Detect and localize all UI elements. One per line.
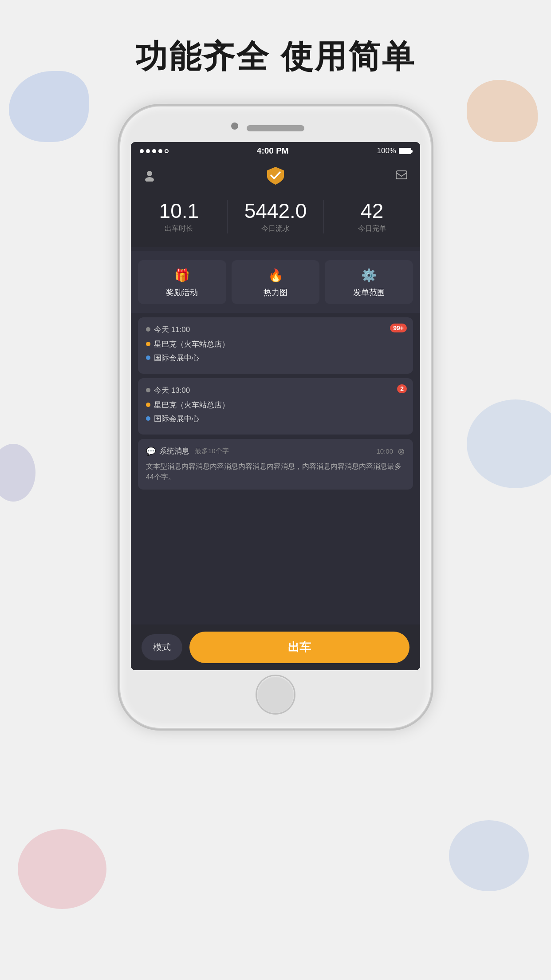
stat-revenue-value: 5442.0 [228, 200, 324, 222]
app-logo [263, 163, 288, 188]
dropoff-dot-1 [146, 356, 150, 360]
status-time: 4:00 PM [257, 146, 289, 156]
app-header [131, 160, 420, 191]
order-badge-1: 99+ [390, 324, 407, 332]
bg-blob-blue-br [449, 820, 529, 891]
notif-body: 文本型消息内容消息内容消息内容消息内容消息，内容消息内容消息内容消息最多44个字… [146, 461, 405, 482]
stat-duration: 10.1 出车时长 [131, 200, 227, 233]
order-card-2[interactable]: 今天 13:00 星巴克（火车站总店） 国际会展中心 2 [138, 378, 413, 435]
signal-dot-1 [140, 149, 144, 153]
order-badge-2: 2 [397, 384, 407, 393]
notification-card[interactable]: 💬 系统消息 最多10个字 10:00 ⊗ 文本型消息内容消息内容消息内容消息内… [138, 439, 413, 490]
stat-revenue-label: 今日流水 [228, 224, 324, 233]
notif-message-icon: 💬 [146, 447, 156, 456]
phone-frame: 4:00 PM 100% [120, 107, 431, 728]
status-right: 100% [377, 146, 411, 155]
notif-header: 💬 系统消息 最多10个字 10:00 ⊗ [146, 446, 405, 457]
signal-dot-2 [146, 149, 150, 153]
stat-duration-value: 10.1 [131, 200, 227, 222]
pickup-dot-1 [146, 342, 150, 346]
order-card-1[interactable]: 今天 11:00 星巴克（火车站总店） 国际会展中心 99+ [138, 317, 413, 374]
feature-label-incentives: 奖励活动 [166, 287, 198, 298]
time-dot-2 [146, 388, 150, 392]
mode-button[interactable]: 模式 [142, 634, 182, 660]
phone-speaker [247, 125, 304, 131]
user-profile-icon[interactable] [142, 167, 157, 183]
signal-dot-3 [152, 149, 156, 153]
notif-time: 10:00 [376, 447, 393, 455]
stat-orders-value: 42 [324, 200, 420, 222]
action-button[interactable]: 出车 [189, 632, 409, 663]
phone-camera [231, 122, 238, 130]
svg-point-0 [147, 171, 152, 176]
order-time-2: 今天 13:00 [146, 385, 405, 395]
notif-subtitle: 最多10个字 [195, 447, 229, 455]
page-title: 功能齐全 使用简单 [0, 36, 551, 78]
scrollable-area: 🎁 奖励活动 🔥 热力图 ⚙️ 发单范围 [131, 247, 420, 624]
order-time-1: 今天 11:00 [146, 324, 405, 335]
signal-dot-5 [165, 149, 169, 153]
feature-label-heatmap: 热力图 [264, 287, 287, 298]
range-icon: ⚙️ [361, 268, 377, 283]
order-pickup-1: 星巴克（火车站总店） [146, 339, 405, 349]
stats-section: 10.1 出车时长 5442.0 今日流水 42 今日完单 [131, 191, 420, 247]
feature-label-range: 发单范围 [353, 287, 385, 298]
stat-duration-label: 出车时长 [131, 224, 227, 233]
features-section: 🎁 奖励活动 🔥 热力图 ⚙️ 发单范围 [131, 251, 420, 313]
feature-card-range[interactable]: ⚙️ 发单范围 [325, 260, 413, 304]
battery-icon [399, 148, 411, 154]
order-dropoff-2: 国际会展中心 [146, 414, 405, 424]
battery-percent: 100% [377, 146, 396, 155]
svg-rect-2 [396, 171, 407, 179]
signal-dot-4 [158, 149, 162, 153]
dropoff-dot-2 [146, 416, 150, 421]
stat-revenue: 5442.0 今日流水 [227, 200, 324, 233]
heatmap-icon: 🔥 [268, 268, 283, 283]
stat-orders-label: 今日完单 [324, 224, 420, 233]
notif-close-icon[interactable]: ⊗ [398, 446, 405, 457]
bg-blob-blue-tl [9, 71, 89, 142]
notif-title: 系统消息 [159, 446, 189, 456]
time-dot-1 [146, 327, 150, 332]
signal-dots [140, 149, 169, 153]
feature-card-heatmap[interactable]: 🔥 热力图 [232, 260, 320, 304]
bg-blob-blue-ml [0, 444, 35, 502]
order-dropoff-1: 国际会展中心 [146, 353, 405, 363]
bg-blob-blue-mr [467, 399, 551, 488]
bottom-bar: 模式 出车 [131, 624, 420, 670]
phone-screen: 4:00 PM 100% [131, 142, 420, 670]
home-button[interactable] [256, 675, 295, 715]
bg-blob-orange-tr [467, 80, 538, 142]
notif-title-row: 💬 系统消息 最多10个字 [146, 446, 229, 456]
message-icon[interactable] [394, 167, 409, 183]
svg-point-1 [145, 177, 154, 182]
bg-blob-pink-bl [18, 829, 106, 909]
gift-icon: 🎁 [174, 268, 190, 283]
order-pickup-2: 星巴克（火车站总店） [146, 400, 405, 410]
status-bar: 4:00 PM 100% [131, 142, 420, 160]
pickup-dot-2 [146, 403, 150, 407]
stat-orders: 42 今日完单 [323, 200, 420, 233]
feature-card-incentives[interactable]: 🎁 奖励活动 [138, 260, 226, 304]
